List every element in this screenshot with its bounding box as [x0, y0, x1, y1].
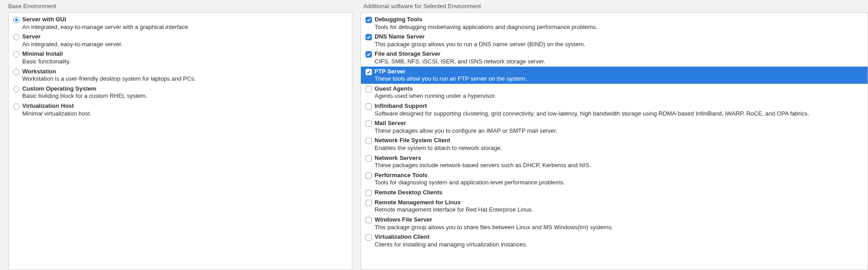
addon-item-mail-server[interactable]: Mail ServerThese packages allow you to c… [361, 118, 868, 135]
env-item-desc: An integrated, easy-to-manage server wit… [22, 23, 349, 31]
env-item-workstation[interactable]: WorkstationWorkstation is a user-friendl… [9, 67, 352, 84]
addon-item-desc: Tools for debugging misbehaving applicat… [375, 23, 865, 31]
addon-item-title: Virtualization Client [375, 233, 865, 241]
additional-software-panel: Additional software for Selected Environ… [361, 0, 868, 270]
addon-item-performance-tools[interactable]: Performance ToolsTools for diagnosing sy… [361, 170, 868, 188]
additional-software-title: Additional software for Selected Environ… [361, 0, 868, 12]
env-item-virtualization-host[interactable]: Virtualization HostMinimal virtualizatio… [9, 101, 352, 118]
addon-item-desc: CIFS, SMB, NFS, iSCSI, iSER, and iSNS ne… [375, 58, 865, 65]
checkbox-icon[interactable] [366, 200, 372, 206]
addon-item-title: Infiniband Support [375, 102, 865, 110]
addon-item-ftp-server[interactable]: FTP ServerThese tools allow you to run a… [361, 67, 868, 84]
env-item-desc: Minimal virtualization host. [22, 110, 349, 117]
checkbox-icon[interactable] [366, 34, 372, 40]
addon-item-guest-agents[interactable]: Guest AgentsAgents used when running und… [361, 84, 868, 101]
addon-item-desc: Tools for diagnosing system and applicat… [375, 178, 865, 186]
addon-item-infiniband-support[interactable]: Infiniband SupportSoftware designed for … [361, 101, 868, 118]
addon-item-desc: These packages include network-based ser… [375, 161, 865, 169]
checkbox-icon[interactable] [366, 17, 372, 23]
env-item-title: Workstation [22, 68, 349, 75]
base-environment-list: Server with GUIAn integrated, easy-to-ma… [8, 12, 352, 270]
base-environment-panel: Base Environment Server with GUIAn integ… [0, 0, 361, 270]
addon-item-desc: Software designed for supporting cluster… [375, 110, 865, 117]
env-item-custom-operating-system[interactable]: Custom Operating SystemBasic building bl… [9, 84, 352, 101]
checkbox-icon[interactable] [366, 173, 372, 179]
addon-item-remote-desktop-clients[interactable]: Remote Desktop Clients [361, 188, 868, 198]
addon-item-desc: These packages allow you to configure an… [375, 127, 865, 135]
radio-icon[interactable] [13, 86, 20, 92]
checkbox-icon[interactable] [366, 138, 372, 144]
addon-item-desc: This package group allows you to share f… [375, 223, 865, 231]
checkbox-icon[interactable] [366, 69, 372, 75]
addon-item-file-and-storage-server[interactable]: File and Storage ServerCIFS, SMB, NFS, i… [361, 49, 868, 66]
radio-icon[interactable] [13, 17, 20, 23]
addon-item-title: Performance Tools [375, 172, 865, 179]
addon-item-dns-name-server[interactable]: DNS Name ServerThis package group allows… [361, 32, 868, 49]
env-item-desc: Workstation is a user-friendly desktop s… [22, 75, 349, 82]
addon-item-debugging-tools[interactable]: Debugging ToolsTools for debugging misbe… [361, 14, 868, 32]
checkbox-icon[interactable] [366, 234, 372, 241]
checkbox-icon[interactable] [366, 51, 372, 58]
addon-item-network-servers[interactable]: Network ServersThese packages include ne… [361, 153, 868, 170]
base-environment-title: Base Environment [8, 0, 361, 12]
env-item-desc: An integrated, easy-to-manage server. [22, 40, 349, 48]
env-item-title: Custom Operating System [22, 85, 349, 92]
env-item-server[interactable]: ServerAn integrated, easy-to-manage serv… [9, 32, 352, 49]
addon-item-title: Remote Desktop Clients [375, 189, 865, 196]
addon-item-title: Debugging Tools [375, 16, 865, 23]
checkbox-icon[interactable] [366, 86, 372, 92]
addon-item-desc: Remote management interface for Red Hat … [375, 206, 865, 213]
addon-item-title: Network Servers [375, 154, 865, 162]
addon-item-desc: This package group allows you to run a D… [375, 40, 865, 48]
addon-item-remote-management-for-linux[interactable]: Remote Management for LinuxRemote manage… [361, 198, 868, 215]
env-item-minimal-install[interactable]: Minimal InstallBasic functionality. [9, 49, 352, 66]
addon-item-title: DNS Name Server [375, 33, 865, 40]
addon-item-title: Mail Server [375, 120, 865, 127]
env-item-server-with-gui[interactable]: Server with GUIAn integrated, easy-to-ma… [9, 14, 352, 32]
radio-icon[interactable] [13, 51, 20, 58]
additional-software-list: Debugging ToolsTools for debugging misbe… [361, 12, 868, 270]
addon-item-title: Guest Agents [375, 85, 865, 92]
env-item-desc: Basic building block for a custom RHEL s… [22, 92, 349, 100]
env-item-title: Virtualization Host [22, 102, 349, 110]
env-item-title: Server [22, 33, 349, 40]
checkbox-icon[interactable] [366, 217, 372, 223]
env-item-title: Server with GUI [22, 16, 349, 23]
checkbox-icon[interactable] [366, 155, 372, 162]
addon-item-virtualization-client[interactable]: Virtualization ClientClients for install… [361, 232, 868, 249]
addon-item-windows-file-server[interactable]: Windows File ServerThis package group al… [361, 215, 868, 232]
addon-item-desc: These tools allow you to run an FTP serv… [375, 75, 865, 82]
radio-icon[interactable] [13, 103, 20, 110]
addon-item-title: Remote Management for Linux [375, 199, 865, 206]
addon-item-desc: Enables the system to attach to network … [375, 144, 865, 152]
checkbox-icon[interactable] [366, 190, 372, 196]
addon-item-title: Windows File Server [375, 216, 865, 223]
checkbox-icon[interactable] [366, 103, 372, 110]
checkbox-icon[interactable] [366, 121, 372, 127]
env-item-title: Minimal Install [22, 50, 349, 58]
addon-item-network-file-system-client[interactable]: Network File System ClientEnables the sy… [361, 135, 868, 153]
radio-icon[interactable] [13, 34, 20, 40]
addon-item-desc: Agents used when running under a hypervi… [375, 92, 865, 100]
addon-item-desc: Clients for installing and managing virt… [375, 241, 865, 248]
addon-item-title: File and Storage Server [375, 50, 865, 58]
addon-item-title: Network File System Client [375, 137, 865, 144]
addon-item-title: FTP Server [375, 68, 865, 75]
env-item-desc: Basic functionality. [22, 58, 349, 65]
radio-icon[interactable] [13, 69, 20, 75]
